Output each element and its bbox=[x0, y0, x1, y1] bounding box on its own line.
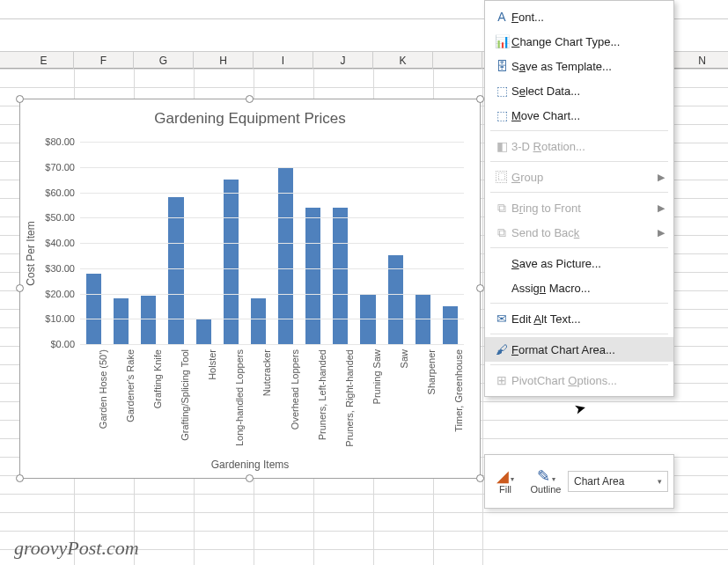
menu-item-icon: ◧ bbox=[492, 139, 511, 153]
outline-button[interactable]: ✎▾ Outline bbox=[526, 468, 566, 495]
menu-item-label: Font... bbox=[511, 11, 544, 24]
bar[interactable] bbox=[333, 208, 348, 344]
y-axis-title[interactable]: Cost Per Item bbox=[24, 142, 38, 365]
x-tick-label: Saw bbox=[399, 349, 409, 368]
menu-item-icon: 🖌 bbox=[492, 342, 511, 356]
menu-item[interactable]: 🗄Save as Template... bbox=[485, 54, 673, 78]
resize-handle[interactable] bbox=[476, 474, 484, 482]
x-tick-label: Timer, Greenhouse bbox=[453, 349, 464, 432]
watermark: groovyPost.com bbox=[14, 537, 139, 560]
chart-element-selector-value: Chart Area bbox=[574, 475, 624, 488]
resize-handle[interactable] bbox=[16, 284, 24, 292]
bar[interactable] bbox=[114, 298, 129, 344]
menu-item[interactable]: ⬚Move Chart... bbox=[485, 103, 673, 128]
menu-item: ⧉Bring to Front▶ bbox=[485, 195, 673, 220]
menu-item-label: Assign Macro... bbox=[511, 282, 591, 295]
resize-handle[interactable] bbox=[16, 95, 24, 103]
column-header[interactable]: F bbox=[74, 52, 134, 70]
x-tick-label: Overhead Loppers bbox=[290, 349, 300, 429]
column-header[interactable]: J bbox=[313, 52, 373, 70]
x-tick-label: Holster bbox=[207, 349, 217, 380]
bar[interactable] bbox=[86, 274, 101, 345]
bar[interactable] bbox=[443, 306, 458, 344]
pen-icon: ✎ bbox=[537, 467, 550, 485]
menu-item[interactable]: ⬚Select Data... bbox=[485, 78, 673, 103]
column-header[interactable]: G bbox=[134, 52, 194, 70]
chart-title[interactable]: Gardening Equipment Prices bbox=[20, 99, 480, 133]
menu-item[interactable]: Save as Picture... bbox=[485, 251, 673, 275]
menu-item-label: Save as Template... bbox=[511, 60, 612, 73]
menu-item[interactable]: 🖌Format Chart Area... bbox=[485, 337, 673, 362]
fill-button[interactable]: ◢▾ Fill bbox=[485, 468, 526, 495]
resize-handle[interactable] bbox=[476, 95, 484, 103]
resize-handle[interactable] bbox=[246, 95, 254, 103]
resize-handle[interactable] bbox=[16, 474, 24, 482]
chart-element-selector[interactable]: Chart Area ▾ bbox=[568, 471, 668, 492]
submenu-arrow-icon: ▶ bbox=[658, 202, 665, 214]
y-tick-label: $60.00 bbox=[45, 187, 75, 198]
resize-handle[interactable] bbox=[246, 474, 254, 482]
menu-item[interactable]: Assign Macro... bbox=[485, 275, 673, 300]
y-tick-label: $10.00 bbox=[45, 313, 75, 324]
menu-item: ◧3-D Rotation... bbox=[485, 134, 673, 158]
menu-item-icon: ⊞ bbox=[492, 373, 511, 387]
column-header[interactable]: H bbox=[194, 52, 254, 70]
plot-area[interactable] bbox=[80, 142, 464, 344]
x-tick-label: Gardener's Rake bbox=[125, 349, 136, 422]
x-axis-tick-labels: Garden Hose (50')Gardener's RakeGrafting… bbox=[80, 349, 464, 455]
y-axis-title-label: Cost Per Item bbox=[25, 221, 37, 285]
column-header[interactable]: N bbox=[676, 52, 728, 70]
menu-item-label: Save as Picture... bbox=[511, 257, 601, 270]
chart-object[interactable]: Gardening Equipment Prices Cost Per Item… bbox=[19, 99, 481, 479]
y-axis-tick-labels: $0.00$10.00$20.00$30.00$40.00$50.00$60.0… bbox=[40, 142, 78, 365]
menu-item[interactable]: 📊Change Chart Type... bbox=[485, 29, 673, 54]
menu-item: ⿴Group▶ bbox=[485, 165, 673, 189]
context-menu[interactable]: AFont...📊Change Chart Type...🗄Save as Te… bbox=[484, 0, 674, 397]
bar[interactable] bbox=[168, 197, 183, 344]
x-tick-label: Grafting Knife bbox=[152, 349, 163, 408]
bar[interactable] bbox=[251, 298, 266, 344]
bar[interactable] bbox=[305, 208, 320, 344]
fill-label: Fill bbox=[499, 484, 511, 495]
chevron-down-icon: ▾ bbox=[658, 477, 662, 486]
outline-label: Outline bbox=[531, 484, 562, 495]
mini-toolbar[interactable]: ◢▾ Fill ✎▾ Outline Chart Area ▾ bbox=[484, 454, 674, 509]
app-window: EFGHIJKN Gardening Equipment Prices Cost… bbox=[0, 0, 728, 565]
menu-item[interactable]: AFont... bbox=[485, 4, 673, 29]
x-tick-label: Long-handled Loppers bbox=[234, 349, 245, 446]
menu-item-label: Bring to Front bbox=[511, 202, 581, 215]
menu-item-label: Select Data... bbox=[511, 84, 580, 98]
y-tick-label: $50.00 bbox=[45, 212, 75, 223]
menu-item-label: Send to Back bbox=[511, 226, 579, 239]
column-header[interactable]: I bbox=[254, 52, 313, 70]
x-tick-label: Garden Hose (50') bbox=[98, 349, 108, 429]
bar[interactable] bbox=[141, 296, 156, 344]
y-tick-label: $20.00 bbox=[45, 289, 75, 299]
y-tick-label: $80.00 bbox=[45, 136, 75, 147]
submenu-arrow-icon: ▶ bbox=[658, 172, 665, 183]
menu-item-icon: ⬚ bbox=[492, 108, 511, 122]
resize-handle[interactable] bbox=[476, 284, 484, 292]
menu-item-label: PivotChart Options... bbox=[511, 374, 617, 387]
bar[interactable] bbox=[278, 167, 293, 344]
y-tick-label: $30.00 bbox=[45, 263, 75, 274]
menu-item: ⊞PivotChart Options... bbox=[485, 368, 673, 393]
menu-item[interactable]: ✉Edit Alt Text... bbox=[485, 306, 673, 331]
column-header[interactable] bbox=[433, 52, 482, 70]
menu-item-icon: 🗄 bbox=[492, 59, 511, 73]
y-tick-label: $70.00 bbox=[45, 162, 75, 172]
x-tick-label: Pruners, Left-handed bbox=[317, 349, 327, 440]
submenu-arrow-icon: ▶ bbox=[658, 227, 665, 238]
menu-item-icon: ⿴ bbox=[492, 170, 511, 184]
x-tick-label: Pruners, Right-handed bbox=[344, 349, 355, 447]
column-header[interactable]: K bbox=[373, 52, 433, 70]
menu-item-icon: 📊 bbox=[492, 34, 511, 48]
menu-item-label: Move Chart... bbox=[511, 109, 580, 122]
x-axis-title[interactable]: Gardening Items bbox=[20, 459, 480, 471]
column-header[interactable]: E bbox=[14, 52, 74, 70]
paint-bucket-icon: ◢ bbox=[496, 467, 509, 485]
menu-item-label: 3-D Rotation... bbox=[511, 140, 585, 153]
bar[interactable] bbox=[196, 319, 211, 344]
menu-item-label: Group bbox=[511, 171, 543, 184]
x-tick-label: Grafting/Splicing Tool bbox=[180, 349, 190, 441]
